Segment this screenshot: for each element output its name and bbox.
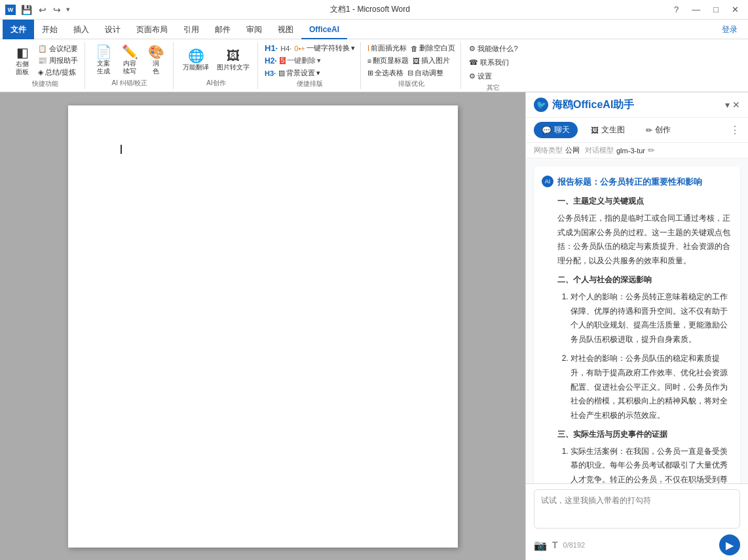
- h4-button[interactable]: H4·: [280, 45, 291, 52]
- del-blank-button[interactable]: 🗑 删除空白页: [411, 43, 455, 53]
- ribbon-group-ai-create: 🌐 万能翻译 🖼 图片转文字 AI创作: [175, 42, 258, 89]
- ai-message: AI 报告标题：公务员转正的重要性和影响 一、主题定义与关键观点 公务员转正，指…: [534, 166, 740, 483]
- tab-view[interactable]: 视图: [270, 20, 301, 39]
- redo-icon[interactable]: ↪: [52, 3, 62, 16]
- h3-button[interactable]: H3·: [265, 69, 276, 77]
- bg-setting-button[interactable]: ▨ 背景设置 ▾: [278, 68, 320, 78]
- panel-close-icon[interactable]: ✕: [732, 100, 740, 110]
- tab-officeai[interactable]: OfficeAI: [301, 20, 347, 39]
- meeting-notes-button[interactable]: 📋 会议纪要: [37, 43, 79, 54]
- cursor-light-button[interactable]: I 前面插光标: [367, 43, 407, 53]
- right-panel-button[interactable]: ◧ 右侧面板: [10, 45, 34, 77]
- section3-item-1: 实际生活案例：在我国，公务员一直是备受羡慕的职业。每年公务员考试都吸引了大量优秀…: [570, 445, 732, 483]
- section1-text: 公务员转正，指的是临时工或合同工通过考核，正式成为国家公务员的过程。这一主题的关…: [557, 212, 732, 268]
- content-write-button[interactable]: ✏️ 内容续写: [118, 44, 141, 77]
- heading-row2: H2· 5 一键删除 ▾: [265, 56, 321, 65]
- edit-model-icon[interactable]: ✏: [648, 145, 655, 155]
- font-icon[interactable]: T: [552, 540, 558, 550]
- ribbon-group-layout-items: I 前面插光标 🗑 删除空白页 ≡ 翻页显标题 🖼 插入图片: [367, 43, 456, 78]
- login-button[interactable]: 登录: [714, 20, 745, 39]
- tab-mail[interactable]: 邮件: [207, 20, 238, 39]
- tab-layout[interactable]: 页面布局: [128, 20, 176, 39]
- contact-us-button[interactable]: ☎ 联系我们: [468, 57, 510, 68]
- ai-tab-create[interactable]: ✏ 创作: [638, 122, 679, 138]
- document-area[interactable]: [0, 92, 525, 560]
- summary-button[interactable]: ◈ 总结/提炼: [37, 67, 79, 78]
- img2text-button[interactable]: 🖼 图片转文字: [214, 48, 252, 73]
- ai-panel-title: 🐦 海鸥OfficeAI助手: [534, 98, 634, 112]
- send-button[interactable]: ▶: [719, 534, 740, 555]
- what-can-do-button[interactable]: ⚙ 我能做什么?: [468, 43, 519, 54]
- symbol-icon: 0•+: [294, 45, 305, 52]
- layout-label: 排版优化: [398, 79, 424, 88]
- delete-icon: 5: [280, 57, 286, 64]
- ai-input-footer: 📷 T 0/8192 ▶: [534, 534, 740, 555]
- tab-file[interactable]: 文件: [3, 20, 34, 39]
- maximize-button[interactable]: □: [709, 3, 722, 16]
- close-button[interactable]: ✕: [728, 3, 743, 16]
- tab-review[interactable]: 审阅: [238, 20, 270, 39]
- page-header-button[interactable]: ≡ 翻页显标题: [367, 56, 409, 65]
- polish-button[interactable]: 🎨 润色: [144, 44, 168, 77]
- one-key-delete-button[interactable]: 5 一键删除 ▾: [280, 56, 322, 65]
- more-options-icon[interactable]: ⋮: [730, 124, 740, 136]
- ribbon-group-quick-format: H1· H4· 0•+ 一键字符转换 ▾ H2· 5 一键删除 ▾: [259, 42, 361, 89]
- help-button[interactable]: ?: [670, 3, 683, 16]
- ribbon-tabs: 文件 开始 插入 设计 页面布局 引用 邮件 审阅 视图 OfficeAI 登录: [0, 20, 748, 39]
- send-icon: ▶: [726, 539, 734, 551]
- quick-stacked: 📋 会议纪要 📰 周报助手 ◈ 总结/提炼: [37, 43, 79, 78]
- network-type-item: 网络类型 公网: [534, 145, 580, 155]
- settings-button[interactable]: ⚙ 设置: [468, 71, 493, 82]
- weekly-report-button[interactable]: 📰 周报助手: [37, 55, 79, 66]
- input-footer-left: 📷 T 0/8192: [534, 539, 585, 551]
- table-select-icon: ⊞: [367, 69, 373, 77]
- save-icon[interactable]: 💾: [20, 3, 33, 16]
- ribbon-group-other-items: ⚙ 我能做什么? ☎ 联系我们 ⚙ 设置: [468, 43, 519, 82]
- minimize-button[interactable]: —: [688, 3, 704, 16]
- tab-insert[interactable]: 插入: [65, 20, 97, 39]
- polish-icon: 🎨: [148, 45, 164, 58]
- what-can-do-icon: ⚙: [469, 45, 476, 53]
- ai-tab-wentu[interactable]: 🖼 文生图: [583, 122, 633, 138]
- auto-icon: ⊟: [407, 69, 413, 77]
- tab-design[interactable]: 设计: [97, 20, 128, 39]
- char-count: 0/8192: [563, 541, 586, 549]
- ribbon-content: ◧ 右侧面板 📋 会议纪要 📰 周报助手 ◈ 总结/提炼: [0, 39, 748, 92]
- tab-references[interactable]: 引用: [176, 20, 207, 39]
- trash-icon: 🗑: [411, 45, 418, 52]
- header-icon: ≡: [367, 57, 371, 65]
- ai-msg-avatar: AI: [542, 176, 553, 187]
- section2-item-2: 对社会的影响：公务员队伍的稳定和素质提升，有助于提高政府工作效率、优化社会资源配…: [570, 352, 732, 422]
- document-page[interactable]: [68, 105, 458, 548]
- ai-input-field[interactable]: [534, 489, 740, 529]
- layout-row1: I 前面插光标 🗑 删除空白页: [367, 43, 456, 53]
- one-key-symbol-button[interactable]: 0•+ 一键字符转换 ▾: [294, 43, 354, 53]
- weekly-icon: 📰: [38, 56, 47, 65]
- h1-button[interactable]: H1·: [265, 43, 278, 53]
- camera-icon[interactable]: 📷: [534, 539, 547, 551]
- word-logo: W: [5, 5, 16, 15]
- text-gen-button[interactable]: 📄 文案生成: [92, 44, 115, 77]
- tab-home[interactable]: 开始: [34, 20, 65, 39]
- ai-panel: 🐦 海鸥OfficeAI助手 ▾ ✕ 💬 聊天 🖼 文生图 ✏ 创作 ⋮: [525, 92, 748, 560]
- panel-collapse-icon[interactable]: ▾: [725, 100, 730, 110]
- undo-icon[interactable]: ↩: [37, 3, 48, 16]
- ai-tab-chat[interactable]: 💬 聊天: [534, 122, 578, 138]
- ai-correct-label: AI 纠错/校正: [111, 79, 147, 88]
- h2-button[interactable]: H2·: [265, 56, 277, 65]
- wentu-icon: 🖼: [591, 126, 599, 135]
- select-table-button[interactable]: ⊞ 全选表格: [367, 68, 403, 78]
- contact-icon: ☎: [469, 58, 478, 67]
- section2-list: 对个人的影响：公务员转正意味着稳定的工作保障、优厚的待遇和晋升空间。这不仅有助于…: [557, 290, 732, 422]
- ai-panel-header: 🐦 海鸥OfficeAI助手 ▾ ✕: [526, 92, 748, 118]
- window-title: 文档1 - Microsoft Word: [70, 4, 670, 15]
- ai-message-body: 报告标题：公务员转正的重要性和影响 一、主题定义与关键观点 公务员转正，指的是临…: [557, 174, 732, 483]
- layout-row3: ⊞ 全选表格 ⊟ 自动调整: [367, 68, 443, 78]
- ai-input-area: 📷 T 0/8192 ▶: [526, 483, 748, 560]
- text-gen-icon: 📄: [96, 45, 112, 58]
- auto-adjust-button[interactable]: ⊟ 自动调整: [407, 68, 443, 78]
- create-icon: ✏: [646, 126, 652, 135]
- translate-button[interactable]: 🌐 万能翻译: [180, 48, 212, 73]
- insert-img-button[interactable]: 🖼 插入图片: [413, 56, 450, 65]
- ai-content[interactable]: AI 报告标题：公务员转正的重要性和影响 一、主题定义与关键观点 公务员转正，指…: [526, 159, 748, 483]
